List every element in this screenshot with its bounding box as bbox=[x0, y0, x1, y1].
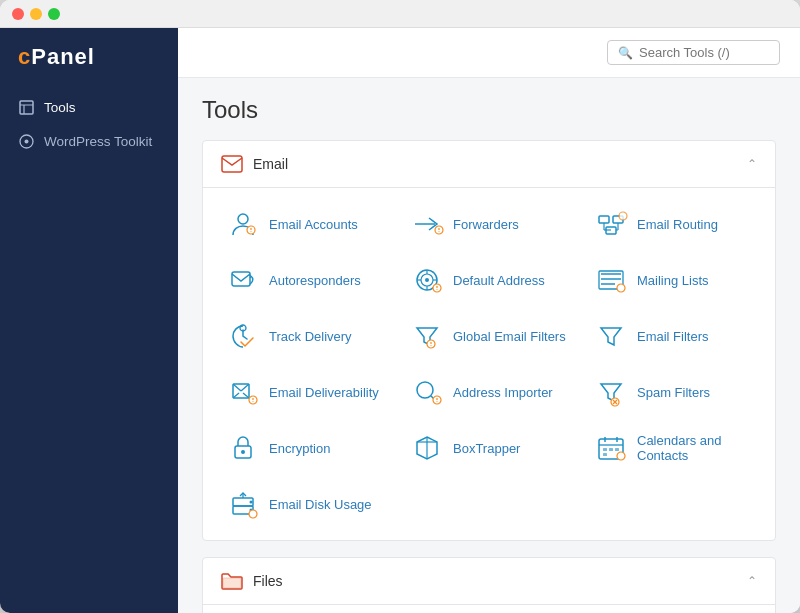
global-email-filters-label: Global Email Filters bbox=[453, 329, 566, 344]
title-bar bbox=[0, 0, 800, 28]
svg-point-43 bbox=[431, 345, 432, 346]
svg-point-22 bbox=[619, 212, 627, 220]
svg-point-14 bbox=[439, 231, 440, 232]
email-filters-icon bbox=[595, 320, 627, 352]
app-window: cPanel Tools bbox=[0, 0, 800, 613]
tool-autoresponders[interactable]: Autoresponders bbox=[213, 252, 397, 308]
mailing-lists-icon bbox=[595, 264, 627, 296]
svg-point-52 bbox=[253, 401, 254, 402]
tool-address-importer[interactable]: Address Importer bbox=[397, 364, 581, 420]
autoresponders-label: Autoresponders bbox=[269, 273, 361, 288]
tool-global-email-filters[interactable]: Global Email Filters bbox=[397, 308, 581, 364]
email-accounts-label: Email Accounts bbox=[269, 217, 358, 232]
spam-filters-icon bbox=[595, 376, 627, 408]
minimize-button[interactable] bbox=[30, 8, 42, 20]
email-disk-icon bbox=[227, 488, 259, 520]
tools-icon bbox=[18, 99, 34, 115]
address-importer-icon bbox=[411, 376, 443, 408]
main-panel: 🔍 Tools bbox=[178, 28, 800, 613]
default-address-icon bbox=[411, 264, 443, 296]
svg-marker-58 bbox=[601, 384, 621, 401]
encryption-label: Encryption bbox=[269, 441, 330, 456]
tool-calendars-contacts[interactable]: Calendars and Contacts bbox=[581, 420, 765, 476]
svg-rect-82 bbox=[223, 578, 241, 588]
default-address-label: Default Address bbox=[453, 273, 545, 288]
global-filters-icon bbox=[411, 320, 443, 352]
search-input[interactable] bbox=[639, 45, 769, 60]
tool-track-delivery[interactable]: Track Delivery bbox=[213, 308, 397, 364]
maximize-button[interactable] bbox=[48, 8, 60, 20]
svg-point-63 bbox=[241, 450, 245, 454]
svg-point-33 bbox=[437, 289, 438, 290]
tool-encryption[interactable]: Encryption bbox=[213, 420, 397, 476]
traffic-lights bbox=[12, 8, 60, 20]
track-delivery-icon bbox=[227, 320, 259, 352]
autoresponders-icon bbox=[227, 264, 259, 296]
files-section-icon bbox=[221, 570, 243, 592]
email-routing-label: Email Routing bbox=[637, 217, 718, 232]
email-section-header[interactable]: Email ⌃ bbox=[203, 141, 775, 188]
wordpress-icon bbox=[18, 133, 34, 149]
calendars-contacts-label: Calendars and Contacts bbox=[637, 433, 751, 463]
email-section-label-group: Email bbox=[221, 153, 288, 175]
svg-rect-71 bbox=[603, 448, 607, 451]
email-tools-grid: Email Accounts bbox=[203, 188, 775, 540]
sidebar-item-label-wp: WordPress Toolkit bbox=[44, 134, 152, 149]
sidebar-item-tools[interactable]: Tools bbox=[0, 90, 178, 124]
search-icon: 🔍 bbox=[618, 46, 633, 60]
files-section-header[interactable]: Files ⌃ bbox=[203, 558, 775, 605]
track-delivery-label: Track Delivery bbox=[269, 329, 352, 344]
tool-default-address[interactable]: Default Address bbox=[397, 252, 581, 308]
email-section: Email ⌃ bbox=[202, 140, 776, 541]
svg-rect-73 bbox=[615, 448, 619, 451]
page-title: Tools bbox=[202, 96, 776, 124]
email-disk-usage-label: Email Disk Usage bbox=[269, 497, 372, 512]
sidebar-item-wordpress[interactable]: WordPress Toolkit bbox=[0, 124, 178, 158]
forwarders-label: Forwarders bbox=[453, 217, 519, 232]
email-section-title: Email bbox=[253, 156, 288, 172]
tool-email-filters[interactable]: Email Filters bbox=[581, 308, 765, 364]
svg-rect-5 bbox=[222, 156, 242, 172]
email-deliverability-icon bbox=[227, 376, 259, 408]
sidebar-item-label-tools: Tools bbox=[44, 100, 76, 115]
tool-email-routing[interactable]: Email Routing bbox=[581, 196, 765, 252]
tool-email-accounts[interactable]: Email Accounts bbox=[213, 196, 397, 252]
svg-point-57 bbox=[437, 401, 438, 402]
svg-point-10 bbox=[251, 231, 252, 232]
boxtrapper-icon bbox=[411, 432, 443, 464]
svg-point-38 bbox=[617, 284, 625, 292]
tool-mailing-lists[interactable]: Mailing Lists bbox=[581, 252, 765, 308]
tool-email-disk-usage[interactable]: Email Disk Usage bbox=[213, 476, 397, 532]
svg-line-47 bbox=[241, 384, 249, 391]
svg-point-75 bbox=[617, 452, 625, 460]
tool-boxtrapper[interactable]: BoxTrapper bbox=[397, 420, 581, 476]
mailing-lists-label: Mailing Lists bbox=[637, 273, 709, 288]
tool-email-deliverability[interactable]: Email Deliverability bbox=[213, 364, 397, 420]
main-content: Tools Email bbox=[178, 78, 800, 613]
files-section-chevron: ⌃ bbox=[747, 574, 757, 588]
email-accounts-icon bbox=[227, 208, 259, 240]
app-body: cPanel Tools bbox=[0, 28, 800, 613]
cpanel-logo: cPanel bbox=[0, 44, 178, 90]
email-section-icon bbox=[221, 153, 243, 175]
address-importer-label: Address Importer bbox=[453, 385, 553, 400]
svg-point-81 bbox=[249, 510, 257, 518]
files-section-title: Files bbox=[253, 573, 283, 589]
svg-line-46 bbox=[233, 384, 241, 391]
tool-forwarders[interactable]: Forwarders bbox=[397, 196, 581, 252]
sidebar-nav: Tools WordPress Toolkit bbox=[0, 90, 178, 158]
main-header: 🔍 bbox=[178, 28, 800, 78]
email-deliverability-label: Email Deliverability bbox=[269, 385, 379, 400]
search-box[interactable]: 🔍 bbox=[607, 40, 780, 65]
boxtrapper-label: BoxTrapper bbox=[453, 441, 520, 456]
sidebar: cPanel Tools bbox=[0, 28, 178, 613]
close-button[interactable] bbox=[12, 8, 24, 20]
forwarders-icon bbox=[411, 208, 443, 240]
tool-spam-filters[interactable]: Spam Filters bbox=[581, 364, 765, 420]
files-section-label-group: Files bbox=[221, 570, 283, 592]
svg-marker-44 bbox=[601, 328, 621, 345]
email-routing-icon bbox=[595, 208, 627, 240]
calendars-icon bbox=[595, 432, 627, 464]
email-filters-label: Email Filters bbox=[637, 329, 709, 344]
svg-rect-0 bbox=[20, 101, 33, 114]
